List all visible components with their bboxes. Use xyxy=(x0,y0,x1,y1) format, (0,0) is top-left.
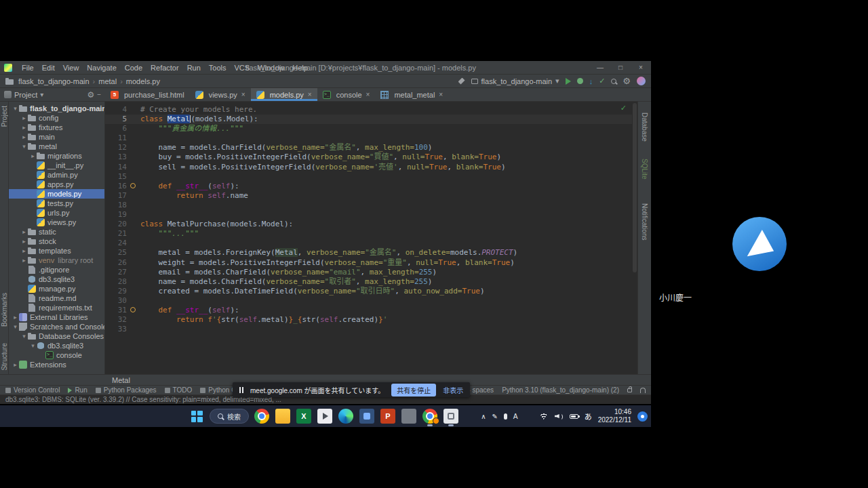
tree-item-apps-py[interactable]: apps.py xyxy=(9,180,104,189)
code-line[interactable]: 15 xyxy=(105,172,632,182)
code-line[interactable]: 13 buy = models.PositiveIntegerField(ver… xyxy=(105,152,632,162)
commit-icon[interactable]: ✓ xyxy=(599,77,605,85)
chevron-right-icon[interactable]: ▸ xyxy=(20,228,28,235)
chevron-down-icon[interactable]: ▾ xyxy=(12,105,19,112)
code-line[interactable]: 4# Create your models here. xyxy=(105,105,632,115)
code-line[interactable]: 29 created = models.DateTimeField(verbos… xyxy=(105,287,632,296)
tree-item-gitignore[interactable]: .gitignore xyxy=(9,265,104,274)
tree-item-extensions[interactable]: ▸Extensions xyxy=(9,360,104,369)
chevron-right-icon[interactable]: ▸ xyxy=(20,247,28,254)
taskbar-app-light[interactable] xyxy=(443,408,459,424)
code-line[interactable]: 6 """貴金属の情報...""" xyxy=(105,124,632,134)
tree-item-readme-md[interactable]: readme.md xyxy=(9,293,104,303)
tab-views-py[interactable]: views.py× xyxy=(190,88,251,101)
settings-gear-icon[interactable]: ⚙ xyxy=(87,90,94,100)
inspections-ok-icon[interactable]: ✓ xyxy=(620,104,627,113)
settings-gear-icon[interactable]: ⚙ xyxy=(623,77,631,85)
tree-item-main[interactable]: ▸main xyxy=(9,132,104,142)
chevron-right-icon[interactable]: ▸ xyxy=(20,257,28,264)
menu-view[interactable]: View xyxy=(59,64,83,72)
mic-icon[interactable] xyxy=(504,413,507,420)
tool-window-database[interactable]: Database xyxy=(641,113,648,142)
taskbar-file-explorer[interactable] xyxy=(275,408,291,424)
taskbar-powerpoint[interactable] xyxy=(380,408,396,424)
chevron-down-icon[interactable]: ▾ xyxy=(20,333,28,340)
chevron-right-icon[interactable]: ▸ xyxy=(20,124,28,131)
menu-navigate[interactable]: Navigate xyxy=(83,64,120,72)
status-4-spaces[interactable]: 4 spaces xyxy=(467,386,494,394)
taskbar-app-gray[interactable] xyxy=(401,408,417,424)
account-avatar[interactable] xyxy=(637,77,646,85)
tree-item-console[interactable]: console xyxy=(9,350,104,360)
battery-icon[interactable] xyxy=(570,414,578,419)
code-line[interactable]: 28 name = models.CharField(verbose_name=… xyxy=(105,277,632,287)
update-project-icon[interactable]: ↓ xyxy=(589,77,593,85)
hidden-icons-chevron-icon[interactable]: ∧ xyxy=(481,413,486,420)
chevron-right-icon[interactable]: ▸ xyxy=(29,152,37,159)
close-icon[interactable]: × xyxy=(366,91,370,98)
chevron-down-icon[interactable]: ▾ xyxy=(29,342,37,349)
tree-item-models-py[interactable]: models.py xyxy=(9,189,104,199)
build-hammer-icon[interactable] xyxy=(458,78,465,85)
taskbar-clock[interactable]: 10:46 2022/12/11 xyxy=(598,408,631,424)
pen-icon[interactable]: ✎ xyxy=(492,413,497,420)
code-line[interactable]: 30 xyxy=(105,296,632,306)
tree-item-external-libraries[interactable]: ▸External Libraries xyxy=(9,312,104,322)
close-icon[interactable]: × xyxy=(439,91,443,98)
tree-item-admin-py[interactable]: admin.py xyxy=(9,170,104,180)
search-icon[interactable] xyxy=(611,79,616,84)
notifications-bell-icon[interactable] xyxy=(640,388,646,393)
tab-console[interactable]: console× xyxy=(317,88,376,101)
breadcrumb-metal[interactable]: metal xyxy=(96,77,119,85)
tree-item-metal[interactable]: ▾metal xyxy=(9,142,104,151)
tab-purchase-list-html[interactable]: purchase_list.html xyxy=(105,88,190,101)
minimize-icon[interactable]: — xyxy=(590,61,610,74)
notification-badge-icon[interactable] xyxy=(637,411,648,422)
close-icon[interactable]: × xyxy=(308,91,312,98)
code-line[interactable]: 25 metal = models.ForeignKey(Metal, verb… xyxy=(105,248,632,258)
code-line[interactable]: 5class Metal(models.Model): xyxy=(105,115,632,124)
tool-window-sqlite[interactable]: SQLite xyxy=(641,159,648,180)
ime-indicator[interactable]: あ xyxy=(585,411,592,422)
code-line[interactable]: 18 xyxy=(105,201,632,210)
menu-code[interactable]: Code xyxy=(121,64,146,72)
code-editor[interactable]: 4# Create your models here.5class Metal(… xyxy=(105,102,637,374)
tree-item-views-py[interactable]: views.py xyxy=(9,218,104,227)
run-configuration-select[interactable]: flask_to_django-main ▾ xyxy=(471,77,559,85)
code-line[interactable]: 26 weight = models.PositiveIntegerField(… xyxy=(105,258,632,268)
tree-item-tests-py[interactable]: tests.py xyxy=(9,199,104,208)
code-line[interactable]: 12 name = models.CharField(verbose_name=… xyxy=(105,143,632,152)
volume-icon[interactable] xyxy=(555,413,564,420)
start-button[interactable] xyxy=(189,408,205,424)
taskbar-media-player[interactable] xyxy=(317,408,333,424)
code-line[interactable]: 27 email = models.CharField(verbose_name… xyxy=(105,268,632,277)
chevron-right-icon[interactable]: ▸ xyxy=(12,361,19,368)
code-line[interactable]: 32 return f'{str(self.metal)}_{str(self.… xyxy=(105,315,632,325)
tree-item-urls-py[interactable]: urls.py xyxy=(9,208,104,218)
run-button[interactable] xyxy=(566,78,571,85)
code-line[interactable]: 31 def __str__(self): xyxy=(105,306,632,315)
close-icon[interactable]: × xyxy=(631,61,651,74)
tree-item-manage-py[interactable]: manage.py xyxy=(9,284,104,293)
code-line[interactable]: 21 """...""" xyxy=(105,229,632,239)
tree-item-stock[interactable]: ▸stock xyxy=(9,237,104,246)
status-python-3-10-flask-to-django-main-2[interactable]: Python 3.10 (flask_to_django-main) (2) xyxy=(502,386,619,394)
tool-window-bookmarks[interactable]: Bookmarks xyxy=(1,293,8,327)
chevron-right-icon[interactable]: ▸ xyxy=(20,238,28,245)
tool-window-notifications[interactable]: Notifications xyxy=(641,203,648,240)
tab-models-py[interactable]: models.py× xyxy=(251,88,317,101)
code-line[interactable]: 11 xyxy=(105,134,632,143)
taskbar-edge[interactable] xyxy=(338,408,354,424)
editor-scrollbar[interactable] xyxy=(632,102,637,374)
project-panel-title[interactable]: Project xyxy=(14,91,37,99)
tree-item-init-py[interactable]: __init__.py xyxy=(9,161,104,170)
code-line[interactable]: 16 def __str__(self): xyxy=(105,182,632,191)
editor-breadcrumb-class[interactable]: Metal xyxy=(112,376,130,384)
tree-item-requirements-txt[interactable]: requirements.txt xyxy=(9,303,104,312)
chevron-down-icon[interactable]: ▾ xyxy=(12,323,19,330)
menu-tools[interactable]: Tools xyxy=(205,64,231,72)
override-method-icon[interactable] xyxy=(130,183,136,188)
status-todo[interactable]: TODO xyxy=(165,386,193,394)
tree-item-db3-sqlite3[interactable]: ▾db3.sqlite3 xyxy=(9,341,104,350)
tree-item-config[interactable]: ▸config xyxy=(9,113,104,123)
